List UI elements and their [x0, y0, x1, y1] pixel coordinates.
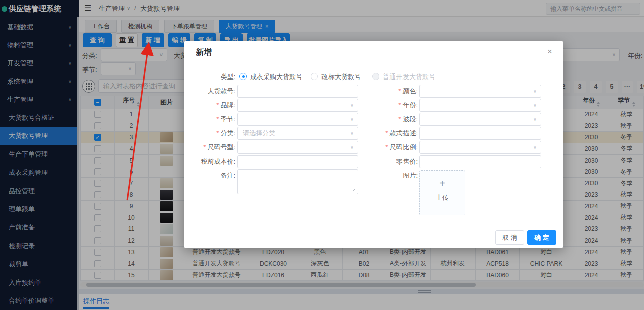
field-select[interactable]: ∨	[419, 141, 541, 154]
field-label-text: 零售价:	[396, 158, 418, 165]
close-icon[interactable]: ×	[547, 47, 552, 57]
field-label: 大货款号:	[184, 85, 235, 98]
remark-textarea[interactable]	[237, 169, 358, 194]
form-row: *季节:∨*波段:∨	[184, 113, 564, 126]
field-input[interactable]	[237, 155, 358, 168]
field-label-text: 品牌:	[220, 101, 235, 109]
field-label-text: 大货款号:	[207, 87, 235, 95]
field-label-text: 年份:	[403, 101, 418, 109]
field-label-text: 税前成本价:	[201, 158, 235, 165]
form-row-type: 类型: 成衣采购大货款号 改标大货款号 普通开发大货款号	[184, 70, 564, 84]
field-input[interactable]	[419, 155, 541, 168]
form-row: 大货款号:*颜色:∨	[184, 85, 564, 98]
required-mark: *	[216, 129, 219, 137]
field-label-text: 波段:	[403, 115, 418, 123]
field-label-text: 尺码比例:	[389, 143, 418, 151]
chevron-down-icon: ∨	[533, 102, 537, 108]
remark-label: 备注:	[184, 169, 235, 182]
field-select[interactable]: ∨	[237, 113, 358, 126]
field-label-text: 款式描述:	[389, 129, 418, 137]
select-placeholder: 请选择分类	[243, 127, 275, 139]
radio-relabel-code-label[interactable]: 改标大货款号	[321, 70, 361, 84]
field-select[interactable]: 请选择分类∨	[237, 127, 358, 140]
image-upload-box[interactable]: + 上传	[419, 170, 465, 215]
screen: 供应链管理系统 基础数据∨物料管理∨开发管理∨系统管理∨生产管理∧ 大货款号合格…	[0, 0, 644, 310]
field-select[interactable]: ∨	[419, 85, 541, 98]
required-mark: *	[216, 115, 219, 123]
field-input[interactable]	[419, 127, 541, 140]
radio-purchase-code-label[interactable]: 成衣采购大货款号	[250, 70, 302, 84]
chevron-down-icon: ∨	[533, 144, 537, 150]
field-select[interactable]: ∨	[419, 99, 541, 112]
field-label-text: 季节:	[220, 115, 235, 123]
field-select[interactable]: ∨	[419, 113, 541, 126]
field-select[interactable]: ∨	[237, 141, 358, 154]
form-row: *尺码号型:∨*尺码比例:∨	[184, 141, 564, 154]
required-mark: *	[398, 101, 401, 109]
field-select[interactable]: ∨	[237, 99, 358, 112]
form-row: 税前成本价:零售价:	[184, 155, 564, 168]
field-label-text: 尺码号型:	[207, 143, 235, 151]
cancel-button[interactable]: 取 消	[495, 230, 524, 245]
dialog-footer: 取 消 确 定	[184, 225, 564, 248]
plus-icon: +	[420, 178, 465, 189]
radio-purchase-code[interactable]	[239, 73, 247, 80]
add-dialog: 新增 × 类型: 成衣采购大货款号 改标大货款号 普通开发大货款号 大货款号:*…	[184, 41, 564, 248]
field-label: *分类:	[184, 127, 235, 140]
form-row: *品牌:∨*年份:∨	[184, 99, 564, 112]
chevron-down-icon: ∨	[533, 116, 537, 122]
form-row: *分类:请选择分类∨*款式描述:	[184, 127, 564, 140]
required-mark: *	[385, 129, 388, 137]
field-label-text: 颜色:	[403, 87, 418, 95]
confirm-button[interactable]: 确 定	[527, 230, 556, 245]
field-label: *尺码号型:	[184, 141, 235, 154]
dialog-header: 新增 ×	[184, 41, 564, 63]
field-label: 税前成本价:	[184, 155, 235, 168]
required-mark: *	[385, 143, 388, 151]
upload-label: 上传	[420, 193, 465, 202]
required-mark: *	[398, 87, 401, 95]
field-label: *品牌:	[184, 99, 235, 112]
type-label: 类型:	[184, 70, 235, 84]
radio-develop-code	[372, 73, 379, 80]
field-label: *款式描述:	[345, 127, 418, 140]
dialog-title: 新增	[196, 47, 212, 58]
field-label-text: 分类:	[220, 129, 235, 137]
radio-develop-code-label: 普通开发大货款号	[383, 70, 435, 84]
field-input[interactable]	[237, 85, 358, 98]
field-label: *波段:	[345, 113, 418, 126]
field-label: *年份:	[345, 99, 418, 112]
field-label: 零售价:	[345, 155, 418, 168]
field-label: *颜色:	[345, 85, 418, 98]
field-label: *季节:	[184, 113, 235, 126]
radio-relabel-code[interactable]	[311, 73, 318, 80]
required-mark: *	[398, 115, 401, 123]
required-mark: *	[216, 101, 219, 109]
required-mark: *	[203, 143, 206, 151]
field-label: *尺码比例:	[345, 141, 418, 154]
chevron-down-icon: ∨	[533, 88, 537, 94]
